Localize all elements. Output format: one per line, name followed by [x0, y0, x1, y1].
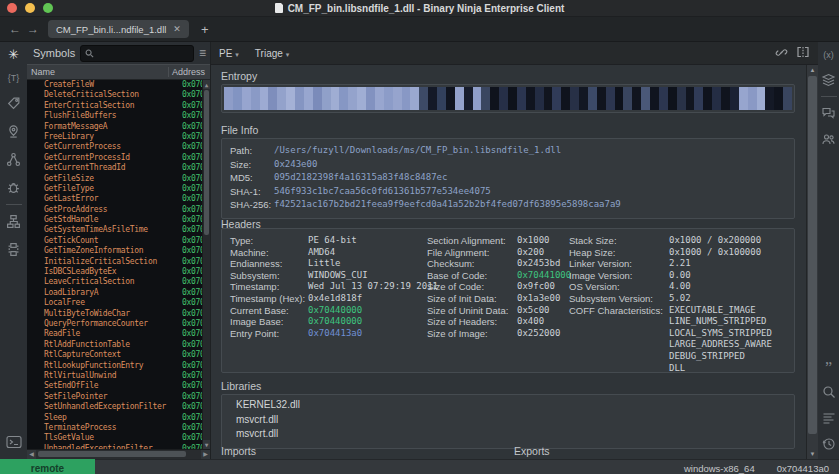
symbol-row[interactable]: GetSystemTimeAsFileTime0x07044: [27, 225, 210, 235]
symbol-row[interactable]: TlsGetValue0x07044: [27, 433, 210, 443]
entropy-bar[interactable]: [224, 87, 792, 110]
quotes-icon[interactable]: ”: [825, 364, 832, 372]
find-icon[interactable]: [822, 385, 836, 399]
tab-close-icon[interactable]: ✕: [173, 24, 181, 34]
symbols-icon[interactable]: ✳: [8, 50, 19, 60]
header-field-row: Size of Image:0x252000: [427, 328, 571, 340]
symbol-name: RtlVirtualUnwind: [27, 371, 182, 381]
file-info-row: Path:/Users/fuzyll/Downloads/ms/CM_FP_bi…: [230, 144, 794, 158]
symbol-row[interactable]: RtlLookupFunctionEntry0x07044: [27, 361, 210, 371]
header-field-label: Linker Version:: [569, 258, 669, 270]
maximize-window-button[interactable]: [43, 3, 53, 13]
symbol-row[interactable]: GetLastError0x07044: [27, 194, 210, 204]
symbol-row[interactable]: GetTickCount0x07044: [27, 236, 210, 246]
new-tab-button[interactable]: +: [201, 22, 209, 37]
symbol-row[interactable]: FlushFileBuffers0x07044: [27, 111, 210, 121]
scroll-up-icon[interactable]: ▲: [807, 65, 818, 75]
scrollbar-thumb[interactable]: [38, 451, 186, 457]
symbol-list-horizontal-scrollbar[interactable]: ◀ ▶: [27, 449, 210, 459]
scroll-left-icon[interactable]: ◀: [27, 450, 36, 459]
xrefs-icon[interactable]: [6, 152, 21, 167]
symbol-row[interactable]: GetFileType0x07044: [27, 184, 210, 194]
collaborators-icon[interactable]: [821, 133, 836, 146]
symbol-row[interactable]: GetTimeZoneInformation0x07044: [27, 246, 210, 256]
forward-arrow-button[interactable]: →: [24, 22, 42, 36]
symbol-row[interactable]: TerminateProcess0x07044: [27, 423, 210, 433]
symbol-row[interactable]: LeaveCriticalSection0x07044: [27, 277, 210, 287]
symbol-list-vertical-scrollbar[interactable]: ▲ ▼: [202, 80, 210, 449]
library-item[interactable]: msvcrt.dll: [222, 413, 794, 428]
tag-icon[interactable]: [6, 96, 21, 111]
header-field-label: Section Alignment:: [427, 235, 517, 247]
remote-status-badge[interactable]: remote: [0, 459, 95, 474]
headers-column-3: Stack Size:0x1000 / 0x200000Heap Size:0x…: [569, 235, 772, 373]
symbol-row[interactable]: GetCurrentThreadId0x07044: [27, 163, 210, 173]
symbol-row[interactable]: IsDBCSLeadByteEx0x07044: [27, 267, 210, 277]
mini-graph-icon[interactable]: [6, 214, 21, 229]
header-field-value: 0x1000: [517, 235, 550, 247]
symbol-row[interactable]: RtlVirtualUnwind0x07044: [27, 371, 210, 381]
symbol-row[interactable]: QueryPerformanceCounter0x07044: [27, 319, 210, 329]
column-header-address[interactable]: Address: [169, 67, 210, 77]
layout-menu[interactable]: Triage▾: [255, 48, 290, 59]
debugger-bug-icon[interactable]: [6, 180, 21, 195]
scrollbar-thumb[interactable]: [808, 76, 817, 434]
symbol-row[interactable]: LoadLibraryA0x07044: [27, 288, 210, 298]
chat-icon[interactable]: [821, 106, 836, 120]
symbol-row[interactable]: FormatMessageA0x07044: [27, 122, 210, 132]
symbol-row[interactable]: SetUnhandledExceptionFilter0x07044: [27, 402, 210, 412]
symbol-row[interactable]: EnterCriticalSection0x07044: [27, 101, 210, 111]
symbol-row[interactable]: FreeLibrary0x07044: [27, 132, 210, 142]
symbol-row[interactable]: CreateFileW0x07044: [27, 80, 210, 90]
console-terminal-icon[interactable]: [6, 435, 22, 449]
header-field-value: DLL: [669, 363, 685, 373]
variables-icon[interactable]: (x): [823, 50, 834, 60]
scroll-down-icon[interactable]: ▼: [203, 440, 210, 449]
close-window-button[interactable]: [7, 3, 17, 13]
symbol-row[interactable]: GetCurrentProcessId0x07044: [27, 153, 210, 163]
minimize-window-button[interactable]: [25, 3, 35, 13]
header-field-value: EXECUTABLE_IMAGE: [669, 305, 756, 317]
symbol-search-input[interactable]: [80, 45, 194, 62]
symbol-row[interactable]: LocalFree0x07044: [27, 298, 210, 308]
types-icon[interactable]: {T}: [8, 73, 20, 83]
symbol-row[interactable]: SetEndOfFile0x07044: [27, 381, 210, 391]
stack-trace-icon[interactable]: [6, 242, 21, 257]
column-header-name[interactable]: Name: [27, 67, 169, 77]
layers-icon[interactable]: [821, 73, 836, 87]
symbol-row[interactable]: GetCurrentProcess0x07044: [27, 142, 210, 152]
tab-binary-file[interactable]: CM_FP_bin.li...ndfile_1.dll ✕: [48, 20, 189, 38]
symbol-list[interactable]: CreateFileW0x07044DeleteCriticalSection0…: [27, 80, 210, 449]
scrollbar-thumb[interactable]: [204, 90, 209, 235]
symbol-row[interactable]: MultiByteToWideChar0x07044: [27, 309, 210, 319]
tab-bar: ← → CM_FP_bin.li...ndfile_1.dll ✕ +: [0, 17, 839, 42]
view-type-menu[interactable]: PE▾: [219, 48, 239, 59]
symbol-row[interactable]: InitializeCriticalSection0x07044: [27, 257, 210, 267]
symbol-row[interactable]: GetProcAddress0x07044: [27, 205, 210, 215]
scroll-down-icon[interactable]: ▼: [807, 449, 818, 459]
symbol-row[interactable]: RtlAddFunctionTable0x07044: [27, 340, 210, 350]
library-item[interactable]: msvcrt.dll: [222, 427, 794, 442]
symbols-menu-icon[interactable]: ≡: [199, 47, 206, 59]
split-pane-icon[interactable]: [796, 46, 810, 60]
back-arrow-button[interactable]: ←: [6, 22, 24, 36]
symbol-row[interactable]: SetFilePointer0x07044: [27, 392, 210, 402]
entropy-cell: [623, 87, 632, 110]
memory-pin-icon[interactable]: [6, 124, 21, 139]
symbol-row[interactable]: RtlCaptureContext0x07044: [27, 350, 210, 360]
entropy-cell: [331, 87, 340, 110]
symbol-row[interactable]: ReadFile0x07044: [27, 329, 210, 339]
scroll-up-icon[interactable]: ▲: [203, 80, 210, 89]
sync-link-icon[interactable]: [775, 46, 788, 61]
symbol-row[interactable]: GetFileSize0x07044: [27, 174, 210, 184]
log-lines-icon[interactable]: [822, 412, 836, 424]
header-field-value: 0x704413a0: [308, 328, 362, 340]
symbol-row[interactable]: GetStdHandle0x07044: [27, 215, 210, 225]
symbol-row[interactable]: DeleteCriticalSection0x07044: [27, 90, 210, 100]
main-vertical-scrollbar[interactable]: ▲ ▼: [806, 65, 818, 459]
symbol-row[interactable]: Sleep0x07044: [27, 413, 210, 423]
scroll-right-icon[interactable]: ▶: [201, 450, 210, 459]
entropy-card: [221, 84, 795, 113]
history-clock-icon[interactable]: [822, 437, 836, 451]
library-item[interactable]: KERNEL32.dll: [222, 398, 794, 413]
